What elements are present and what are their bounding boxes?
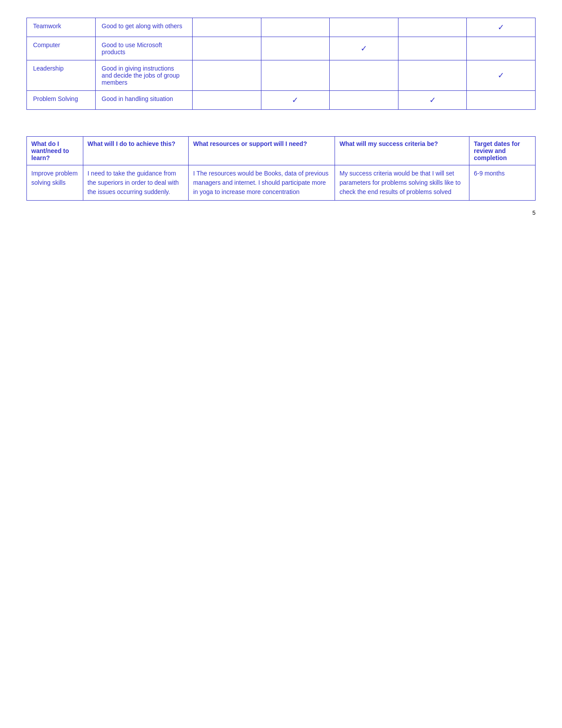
- check-col-0: [193, 37, 261, 60]
- skill-description: Good to use Microsoft products: [95, 37, 192, 60]
- bottom-header-4: Target dates for review and completion: [469, 137, 536, 165]
- check-col-2: [330, 91, 398, 110]
- check-col-3: [398, 60, 467, 91]
- check-col-1: [261, 18, 330, 37]
- bottom-row-col-4: 6-9 months: [469, 165, 536, 201]
- bottom-row-col-0: Improve problem solving skills: [27, 165, 83, 201]
- bottom-header-0: What do I want/need to learn?: [27, 137, 83, 165]
- check-col-4: ✓: [467, 18, 536, 37]
- checkmark-icon: ✓: [361, 44, 367, 53]
- check-col-0: [193, 18, 261, 37]
- bottom-header-2: What resources or support will I need?: [189, 137, 335, 165]
- skill-description: Good to get along with others: [95, 18, 192, 37]
- checkmark-icon: ✓: [498, 71, 504, 80]
- checkmark-icon: ✓: [292, 96, 298, 105]
- development-plan-table: What do I want/need to learn?What will I…: [26, 136, 536, 201]
- check-col-1: [261, 60, 330, 91]
- checkmark-icon: ✓: [498, 23, 504, 32]
- bottom-row-col-2: I The resources would be Books, data of …: [189, 165, 335, 201]
- skills-table: TeamworkGood to get along with others✓Co…: [26, 18, 536, 110]
- check-col-2: [330, 18, 398, 37]
- check-col-1: [261, 37, 330, 60]
- skill-name: Leadership: [27, 60, 96, 91]
- bottom-row-col-1: I need to take the guidance from the sup…: [83, 165, 189, 201]
- skill-name: Computer: [27, 37, 96, 60]
- skill-description: Good in giving instructions and decide t…: [95, 60, 192, 91]
- check-col-4: [467, 91, 536, 110]
- check-col-2: [330, 60, 398, 91]
- check-col-3: [398, 18, 467, 37]
- check-col-3: [398, 37, 467, 60]
- bottom-header-1: What will I do to achieve this?: [83, 137, 189, 165]
- checkmark-icon: ✓: [429, 96, 436, 105]
- check-col-4: ✓: [467, 60, 536, 91]
- check-col-1: ✓: [261, 91, 330, 110]
- check-col-0: [193, 91, 261, 110]
- check-col-3: ✓: [398, 91, 467, 110]
- skill-name: Teamwork: [27, 18, 96, 37]
- bottom-header-3: What will my success criteria be?: [335, 137, 469, 165]
- bottom-row-col-3: My success criteria would be that I will…: [335, 165, 469, 201]
- skill-description: Good in handling situation: [95, 91, 192, 110]
- skill-name: Problem Solving: [27, 91, 96, 110]
- check-col-4: [467, 37, 536, 60]
- check-col-0: [193, 60, 261, 91]
- check-col-2: ✓: [330, 37, 398, 60]
- page-number: 5: [26, 209, 536, 216]
